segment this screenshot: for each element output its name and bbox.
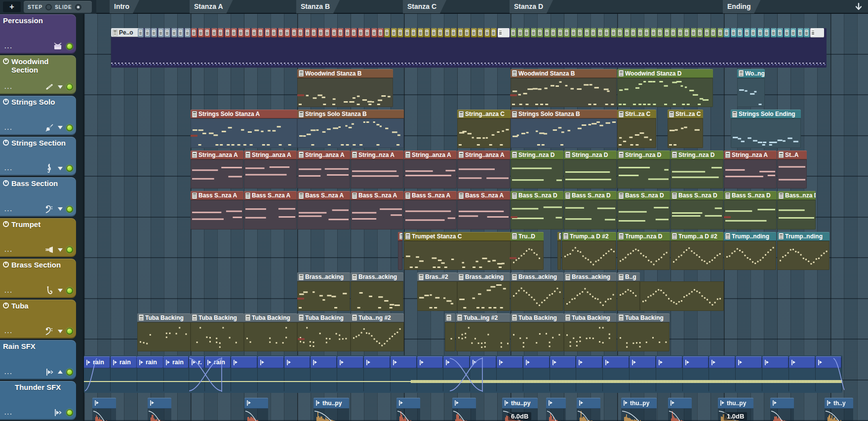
pattern-mini-clip[interactable] <box>351 28 357 38</box>
rain-audio-clip[interactable] <box>391 356 417 368</box>
pattern-mini-clip[interactable] <box>484 28 490 38</box>
rain-audio-clip[interactable]: rain <box>205 356 231 368</box>
clip-title-bar[interactable] <box>445 313 455 322</box>
pattern-clip[interactable]: String..anza A <box>457 151 510 190</box>
pattern-mini-clip[interactable] <box>577 28 583 38</box>
pattern-mini-clip[interactable] <box>431 28 437 38</box>
pattern-clip[interactable]: Brass..acking <box>511 272 563 312</box>
pattern-mini-clip[interactable] <box>138 28 144 38</box>
pattern-mini-clip[interactable] <box>271 28 277 38</box>
track-info-icon[interactable] <box>3 303 9 308</box>
pattern-mini-clip[interactable] <box>145 28 151 38</box>
pattern-mini-clip[interactable] <box>524 28 530 38</box>
pattern-mini-clip[interactable] <box>418 28 424 38</box>
clip-title-bar[interactable]: Tuba Backing <box>617 313 670 322</box>
pattern-clip[interactable]: Tuba Backing <box>137 313 191 353</box>
thunder-clip-title-bar[interactable]: thu..py <box>314 398 349 409</box>
track-enable-led[interactable] <box>66 246 73 253</box>
pattern-clip[interactable]: Trump..nding <box>724 232 776 271</box>
clip-title-bar[interactable]: Bass S..nza A <box>244 191 297 200</box>
pattern-clip[interactable]: St..A <box>777 151 807 190</box>
rain-audio-clip[interactable] <box>364 356 390 368</box>
thunder-clip-title-bar[interactable] <box>396 398 420 409</box>
pattern-mini-clip[interactable] <box>251 28 257 38</box>
clip-body[interactable] <box>457 281 510 311</box>
track-menu-dots[interactable]: ... <box>4 126 13 130</box>
thunder-clip-title-bar[interactable] <box>244 398 268 409</box>
rain-audio-clip[interactable] <box>816 356 842 368</box>
clip-body[interactable] <box>511 78 617 108</box>
pattern-mini-clip[interactable] <box>724 28 730 38</box>
pattern-clip[interactable]: Bass S..nza D <box>671 191 723 230</box>
clip-title-bar[interactable]: Trump..nding <box>724 232 776 241</box>
clip-title-bar[interactable]: String..anza A <box>244 151 297 159</box>
clip-title-bar[interactable]: String..anza A <box>297 151 350 159</box>
pattern-clip[interactable]: Trumpet Stanza C <box>404 232 511 271</box>
clip-body[interactable] <box>404 159 457 189</box>
pattern-mini-clip[interactable] <box>777 28 783 38</box>
track-header-brass-section[interactable]: Brass Section... <box>0 259 76 298</box>
rain-audio-clip[interactable] <box>656 356 682 368</box>
thunder-clip-title-bar[interactable] <box>92 398 116 409</box>
clip-title-bar[interactable]: Trumpet Stanza C <box>404 232 511 241</box>
pattern-mini-clip[interactable] <box>771 28 777 38</box>
clip-body[interactable] <box>351 322 404 352</box>
clip-title-bar[interactable]: Brass..acking <box>457 272 510 281</box>
pattern-clip[interactable]: Bass S..nza A <box>244 191 297 230</box>
clip-body[interactable] <box>617 159 670 189</box>
track-menu-dots[interactable]: ... <box>4 329 13 333</box>
clip-title-bar[interactable]: Bras..#2 <box>417 272 457 281</box>
pattern-clip[interactable]: Strings Solo Stanza B <box>297 110 404 149</box>
clip-body[interactable] <box>244 322 297 352</box>
pattern-mini-clip[interactable] <box>631 28 636 38</box>
clip-body[interactable] <box>191 159 243 189</box>
rain-audio-clip[interactable]: rain <box>137 356 163 368</box>
pattern-clip[interactable]: Strings Solo Ending <box>731 110 801 149</box>
timeline-ruler[interactable]: IntroStanza AStanza BStanza CStanza DEnd… <box>96 0 868 14</box>
rain-audio-clip[interactable] <box>523 356 550 368</box>
pattern-mini-clip[interactable] <box>764 28 770 38</box>
track-enable-led[interactable] <box>66 369 73 376</box>
pattern-mini-clip[interactable] <box>411 28 417 38</box>
clip-body[interactable] <box>511 159 563 189</box>
rain-audio-clip[interactable] <box>311 356 337 368</box>
rain-audio-clip[interactable] <box>231 356 257 368</box>
clip-title-bar[interactable]: Tuba Backing <box>244 313 297 322</box>
pattern-clip[interactable]: Trump..nding <box>777 232 829 271</box>
pattern-clip[interactable]: String..nza A <box>351 151 403 190</box>
pattern-mini-clip[interactable] <box>191 28 197 38</box>
pattern-mini-clip[interactable] <box>305 28 311 38</box>
clip-body[interactable] <box>191 200 243 230</box>
pattern-mini-clip[interactable] <box>218 28 224 38</box>
clip-body[interactable] <box>351 200 403 230</box>
pattern-mini-clip[interactable] <box>624 28 630 38</box>
thunder-clip-body[interactable] <box>452 409 476 421</box>
clip-body[interactable] <box>351 281 403 311</box>
pattern-clip[interactable]: Tuba..ng #2 <box>351 313 404 353</box>
clip-body[interactable] <box>457 159 510 189</box>
pattern-mini-clip[interactable] <box>617 28 623 38</box>
track-info-icon[interactable] <box>3 180 9 186</box>
clip-title-bar[interactable]: Strings Solo Stanza B <box>511 110 617 118</box>
clip-body[interactable] <box>297 78 393 108</box>
playlist-grid[interactable]: Pe..oWoodwind Stanza BWoodwind Stanza BW… <box>83 14 868 421</box>
pattern-mini-clip[interactable] <box>651 28 657 38</box>
clip-body[interactable] <box>564 281 617 311</box>
pattern-clip[interactable]: Bass..nza D <box>777 191 816 230</box>
track-header-trumpet[interactable]: Trumpet... <box>0 218 76 258</box>
pattern-mini-clip[interactable] <box>284 28 290 38</box>
clip-title-bar[interactable]: String..nza D <box>617 151 670 159</box>
pattern-clip[interactable]: Trump..a D #2 <box>562 232 616 271</box>
clip-title-bar[interactable]: Tuba Backing <box>191 313 244 322</box>
pattern-mini-clip[interactable] <box>258 28 264 38</box>
pattern-clip[interactable]: Bass S..nza D <box>724 191 777 230</box>
pattern-mini-clip[interactable] <box>644 28 650 38</box>
clip-title-bar[interactable]: Woodwind Stanza B <box>511 69 617 78</box>
track-dropdown-icon[interactable] <box>58 85 63 89</box>
clip-body[interactable] <box>511 241 544 270</box>
clip-body[interactable] <box>511 281 563 311</box>
clip-title-bar[interactable]: Strings Solo Stanza B <box>297 110 404 118</box>
track-info-icon[interactable] <box>3 99 9 105</box>
pattern-mini-clip[interactable] <box>231 28 237 38</box>
pattern-mini-clip[interactable] <box>797 28 803 38</box>
